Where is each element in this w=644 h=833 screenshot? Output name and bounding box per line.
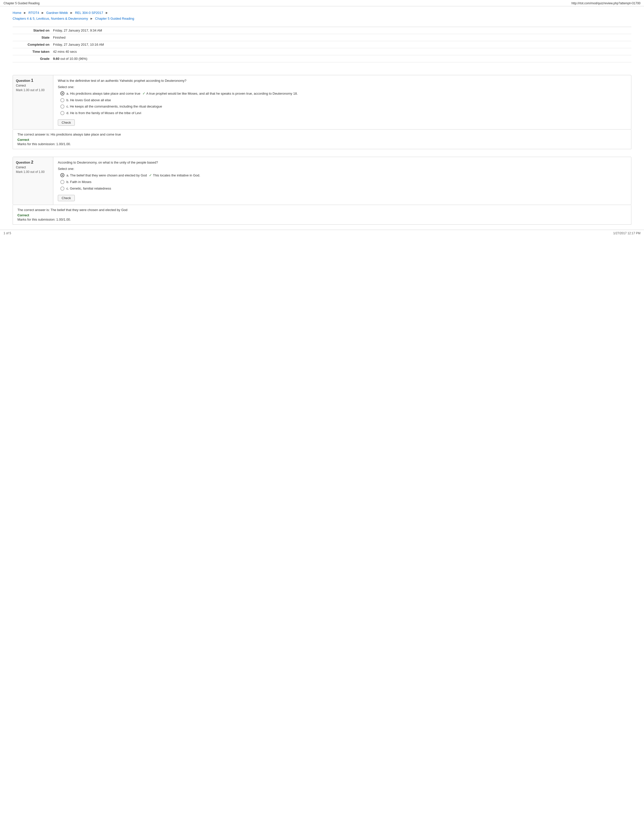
- page-url: http://rtot.com/mod/quiz/review.php?atte…: [572, 2, 641, 5]
- question-2-block: Question 2 Correct Mark 1.00 out of 1.00…: [13, 157, 631, 205]
- question-1-number: 1: [31, 78, 33, 82]
- started-on-row: Started on Friday, 27 January 2017, 9:34…: [13, 27, 631, 34]
- question-1-correct-answer: The correct answer is: His predictions a…: [18, 132, 626, 136]
- breadcrumb-arrow3: ►: [70, 11, 73, 14]
- question-2-content: According to Deuteronomy, on what is the…: [53, 157, 631, 205]
- question-2-status: Correct: [16, 166, 50, 169]
- question-2-option-c[interactable]: c. Genetic, familial relatedness: [60, 186, 626, 191]
- correct-check-icon-q2-a: ✓: [149, 173, 152, 177]
- breadcrumb-gardner[interactable]: Gardner-Webb: [46, 11, 68, 14]
- question-1-block: Question 1 Correct Mark 1.00 out of 1.00…: [13, 75, 631, 130]
- question-1-sidebar: Question 1 Correct Mark 1.00 out of 1.00: [13, 75, 53, 130]
- question-1-radio-d[interactable]: [60, 111, 64, 115]
- question-1-option-b[interactable]: b. He loves God above all else: [60, 98, 626, 103]
- page-header: Chapter 5 Guided Reading http://rtot.com…: [0, 0, 644, 6]
- completed-on-label: Completed on: [13, 41, 53, 48]
- question-2-option-b-text: b. Faith in Moses: [66, 180, 92, 185]
- quiz-info-section: Started on Friday, 27 January 2017, 9:34…: [0, 27, 644, 62]
- question-2-feedback-marks: Marks for this submission: 1.00/1.00.: [18, 217, 626, 221]
- page-footer: 1 of 5 1/27/2017 12:17 PM: [0, 230, 644, 236]
- completed-on-row: Completed on Friday, 27 January 2017, 10…: [13, 41, 631, 48]
- question-2-option-c-text: c. Genetic, familial relatedness: [66, 186, 111, 191]
- q2-option-a-note: This locates the initiative in God.: [153, 174, 200, 177]
- question-2-sidebar: Question 2 Correct Mark 1.00 out of 1.00: [13, 157, 53, 205]
- question-1-option-d-text: d. He is from the family of Moses of the…: [66, 111, 141, 116]
- started-on-value: Friday, 27 January 2017, 9:34 AM: [53, 27, 631, 34]
- breadcrumb-arrow2: ►: [41, 11, 45, 14]
- question-1-text: What is the definintive test of an authe…: [58, 79, 626, 82]
- question-2-option-b[interactable]: b. Faith in Moses: [60, 180, 626, 185]
- question-1-select-one: Select one:: [58, 85, 626, 89]
- page-title: Chapter 5 Guided Reading: [3, 2, 40, 5]
- question-2-feedback-correct: Correct: [18, 213, 626, 217]
- question-1-option-d[interactable]: d. He is from the family of Moses of the…: [60, 111, 626, 116]
- question-2-radio-c[interactable]: [60, 187, 64, 191]
- question-2-text: According to Deuteronomy, on what is the…: [58, 161, 626, 164]
- breadcrumb-chapter5[interactable]: Chapter 5 Guided Reading: [95, 17, 134, 21]
- grade-row: Grade 9.60 out of 10.00 (96%): [13, 55, 631, 62]
- question-2-option-a-text: a. The belief that they were chosen and …: [66, 173, 200, 178]
- completed-on-value: Friday, 27 January 2017, 10:16 AM: [53, 41, 631, 48]
- question-2-number: 2: [31, 160, 33, 164]
- started-on-label: Started on: [13, 27, 53, 34]
- question-2-correct-answer: The correct answer is: The belief that t…: [18, 208, 626, 212]
- state-label: State: [13, 34, 53, 41]
- time-taken-value: 42 mins 40 secs: [53, 48, 631, 55]
- question-2-option-a[interactable]: a. The belief that they were chosen and …: [60, 173, 626, 178]
- correct-check-icon-a: ✓: [142, 92, 145, 95]
- breadcrumb-chapters[interactable]: Chapters 4 & 5, Leviticus, Numbers & Deu…: [13, 17, 88, 21]
- question-2-label-text: Question: [16, 161, 31, 164]
- grade-suffix: out of 10.00 (96%): [60, 57, 87, 61]
- grade-value: 9.60 out of 10.00 (96%): [53, 55, 631, 62]
- breadcrumb-row2: Chapters 4 & 5, Leviticus, Numbers & Deu…: [13, 16, 631, 21]
- question-1-option-b-text: b. He loves God above all else: [66, 98, 111, 103]
- breadcrumb-arrow5: ►: [90, 17, 93, 21]
- question-1-check-button[interactable]: Check: [58, 119, 75, 126]
- breadcrumb-rel[interactable]: REL 304-0 SP2017: [75, 11, 103, 14]
- question-2-feedback: The correct answer is: The belief that t…: [13, 205, 631, 225]
- grade-label: Grade: [13, 55, 53, 62]
- breadcrumb-rtot4[interactable]: RTOT4: [29, 11, 39, 14]
- question-1-feedback-marks: Marks for this submission: 1.00/1.00.: [18, 142, 626, 146]
- question-1-option-c[interactable]: c. He keeps all the commandments, includ…: [60, 104, 626, 109]
- question-2-label: Question 2: [16, 160, 50, 165]
- breadcrumb-arrow1: ►: [23, 11, 27, 14]
- breadcrumb-arrow4: ►: [105, 11, 108, 14]
- question-1-radio-a[interactable]: [60, 92, 64, 95]
- question-1-feedback-correct: Correct: [18, 138, 626, 142]
- breadcrumb-home[interactable]: Home: [13, 11, 21, 14]
- breadcrumb: Home ► RTOT4 ► Gardner-Webb ► REL 304-0 …: [0, 6, 644, 24]
- question-1-status: Correct: [16, 84, 50, 87]
- q2-option-a-label: a. The belief that they were chosen and …: [66, 174, 147, 177]
- question-2-radio-b[interactable]: [60, 180, 64, 184]
- question-1-content: What is the definintive test of an authe…: [53, 75, 631, 130]
- time-taken-row: Time taken 42 mins 40 secs: [13, 48, 631, 55]
- state-row: State Finished: [13, 34, 631, 41]
- grade-number: 9.60: [53, 57, 60, 61]
- question-1-radio-b[interactable]: [60, 98, 64, 102]
- question-1-option-c-text: c. He keeps all the commandments, includ…: [66, 104, 162, 109]
- question-1-radio-c[interactable]: [60, 105, 64, 109]
- question-1-feedback: The correct answer is: His predictions a…: [13, 130, 631, 149]
- question-1-option-a-text: a. His predictions always take place and…: [66, 91, 298, 96]
- option-a-note: A true prophet would be like Moses, and …: [146, 92, 298, 95]
- option-a-label: a. His predictions always take place and…: [66, 92, 140, 95]
- footer-page-info: 1 of 5: [3, 232, 11, 235]
- question-label-text: Question: [16, 79, 31, 82]
- footer-date-time: 1/27/2017 12:17 PM: [613, 232, 641, 235]
- question-2-mark: Mark 1.00 out of 1.00: [16, 170, 50, 174]
- question-2-radio-a[interactable]: [60, 173, 64, 177]
- question-2-check-button[interactable]: Check: [58, 195, 75, 201]
- quiz-info-table: Started on Friday, 27 January 2017, 9:34…: [13, 27, 631, 62]
- question-1-mark: Mark 1.00 out of 1.00: [16, 88, 50, 92]
- question-2-select-one: Select one:: [58, 167, 626, 170]
- question-1-label: Question 1: [16, 78, 50, 83]
- time-taken-label: Time taken: [13, 48, 53, 55]
- question-1-option-a[interactable]: a. His predictions always take place and…: [60, 91, 626, 96]
- breadcrumb-row1: Home ► RTOT4 ► Gardner-Webb ► REL 304-0 …: [13, 10, 631, 16]
- state-value: Finished: [53, 34, 631, 41]
